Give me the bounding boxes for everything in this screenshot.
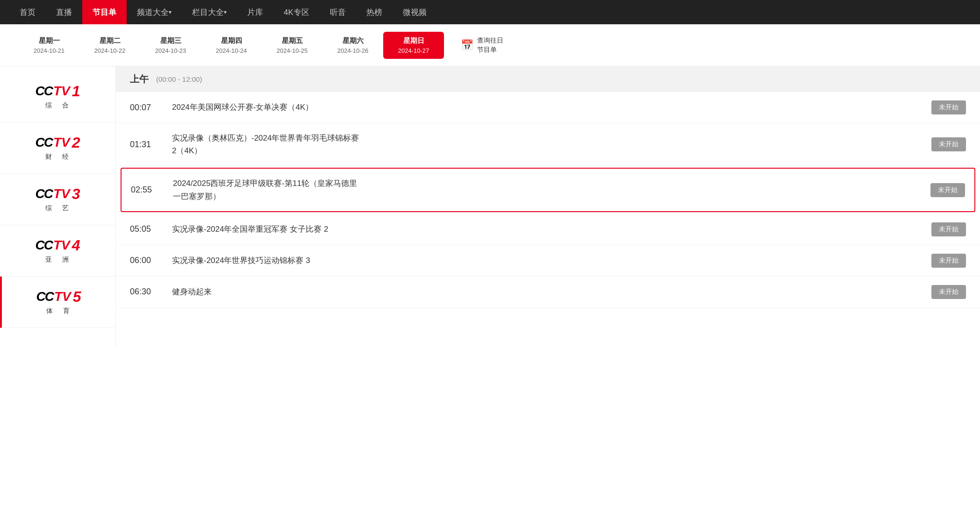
main-layout: CC TV 1 综 合 CC TV 2 财 经 <box>0 66 980 347</box>
program-time-1: 01:31 <box>130 140 172 150</box>
nav-library[interactable]: 片库 <box>237 0 273 24</box>
program-status-0: 未开始 <box>931 100 966 114</box>
date-thursday[interactable]: 星期四 2024-10-24 <box>201 32 262 59</box>
date-saturday[interactable]: 星期六 2024-10-26 <box>322 32 383 59</box>
date-friday[interactable]: 星期五 2024-10-25 <box>262 32 322 59</box>
program-name-4: 实况录像-2024年世界技巧运动锦标赛 3 <box>172 254 922 267</box>
program-time-3: 05:05 <box>130 224 172 234</box>
program-row-2-highlighted[interactable]: 02:55 2024/2025西班牙足球甲级联赛-第11轮（皇家马德里一巴塞罗那… <box>121 168 975 212</box>
program-time-0: 00:07 <box>130 103 172 113</box>
date-tuesday[interactable]: 星期二 2024-10-22 <box>79 32 140 59</box>
section-header-morning: 上午 (00:00 - 12:00) <box>116 66 980 92</box>
channel-cctv2[interactable]: CC TV 2 财 经 <box>0 122 115 174</box>
nav-programs[interactable]: 栏目大全 <box>182 0 237 24</box>
program-status-3: 未开始 <box>931 222 966 236</box>
date-wednesday[interactable]: 星期三 2024-10-23 <box>140 32 201 59</box>
channel-cctv5[interactable]: CC TV 5 体 育 <box>0 277 115 328</box>
date-sunday[interactable]: 星期日 2024-10-27 <box>383 32 444 59</box>
channel-cctv3[interactable]: CC TV 3 综 艺 <box>0 174 115 225</box>
nav-hot[interactable]: 热榜 <box>356 0 393 24</box>
cctv3-logo: CC TV 3 综 艺 <box>35 186 80 213</box>
program-content: 上午 (00:00 - 12:00) 00:07 2024年美国网球公开赛-女单… <box>116 66 980 347</box>
top-navigation: 首页 直播 节目单 频道大全 栏目大全 片库 4K专区 听音 热榜 微视频 <box>0 0 980 24</box>
nav-audio[interactable]: 听音 <box>320 0 356 24</box>
cctv2-logo: CC TV 2 财 经 <box>35 135 80 161</box>
program-status-5: 未开始 <box>931 285 966 299</box>
program-status-2: 未开始 <box>930 183 965 197</box>
nav-channels[interactable]: 频道大全 <box>127 0 182 24</box>
nav-schedule[interactable]: 节目单 <box>82 0 127 24</box>
program-row-1[interactable]: 01:31 实况录像（奥林匹克）-2024年世界青年羽毛球锦标赛2（4K） 未开… <box>116 123 980 166</box>
program-name-2: 2024/2025西班牙足球甲级联赛-第11轮（皇家马德里一巴塞罗那） <box>173 177 921 202</box>
channel-sidebar: CC TV 1 综 合 CC TV 2 财 经 <box>0 66 116 347</box>
channel-cctv4[interactable]: CC TV 4 亚 洲 <box>0 225 115 277</box>
program-time-2: 02:55 <box>131 185 173 195</box>
program-row-3[interactable]: 05:05 实况录像-2024年全国举重冠军赛 女子比赛 2 未开始 <box>116 214 980 245</box>
program-time-4: 06:00 <box>130 256 172 265</box>
program-name-1: 实况录像（奥林匹克）-2024年世界青年羽毛球锦标赛2（4K） <box>172 132 922 157</box>
program-list: 00:07 2024年美国网球公开赛-女单决赛（4K） 未开始 01:31 实况… <box>116 92 980 313</box>
program-time-5: 06:30 <box>130 287 172 297</box>
program-status-4: 未开始 <box>931 254 966 268</box>
cctv5-logo: CC TV 5 体 育 <box>36 289 81 315</box>
calendar-icon: 📅 <box>461 39 473 51</box>
nav-4k[interactable]: 4K专区 <box>273 0 320 24</box>
section-title: 上午 <box>130 73 149 85</box>
program-name-0: 2024年美国网球公开赛-女单决赛（4K） <box>172 101 922 114</box>
program-name-5: 健身动起来 <box>172 285 922 298</box>
program-name-3: 实况录像-2024年全国举重冠军赛 女子比赛 2 <box>172 223 922 235</box>
channel-cctv1[interactable]: CC TV 1 综 合 <box>0 71 115 122</box>
program-row-4[interactable]: 06:00 实况录像-2024年世界技巧运动锦标赛 3 未开始 <box>116 245 980 277</box>
nav-live[interactable]: 直播 <box>46 0 82 24</box>
calendar-query-label: 查询往日节目单 <box>477 36 503 54</box>
program-status-1: 未开始 <box>931 137 966 151</box>
nav-home[interactable]: 首页 <box>9 0 46 24</box>
nav-shortvideo[interactable]: 微视频 <box>393 0 437 24</box>
program-row-5[interactable]: 06:30 健身动起来 未开始 <box>116 277 980 308</box>
calendar-query-button[interactable]: 📅 查询往日节目单 <box>453 31 511 59</box>
date-monday[interactable]: 星期一 2024-10-21 <box>19 32 79 59</box>
cctv1-logo: CC TV 1 综 合 <box>35 84 80 110</box>
program-row-0[interactable]: 00:07 2024年美国网球公开赛-女单决赛（4K） 未开始 <box>116 92 980 123</box>
cctv4-logo: CC TV 4 亚 洲 <box>35 238 80 264</box>
section-time: (00:00 - 12:00) <box>156 75 202 83</box>
date-bar: 星期一 2024-10-21 星期二 2024-10-22 星期三 2024-1… <box>0 24 980 66</box>
